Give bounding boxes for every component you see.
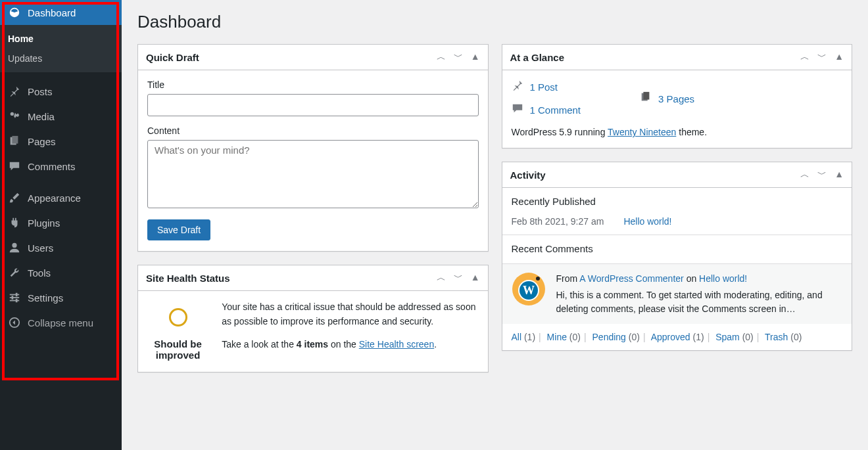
commenter-link[interactable]: A WordPress Commenter [579,273,683,284]
pin-icon [512,79,523,95]
filter-spam[interactable]: Spam [715,332,740,342]
toggle-icon[interactable]: ▲ [834,51,844,63]
content-label: Content [147,125,479,136]
plug-icon [8,216,21,229]
sidebar-label: Media [28,111,55,122]
toggle-icon[interactable]: ▲ [471,51,480,63]
user-icon [8,241,21,254]
site-health-box: Site Health Status ︿ ﹀ ▲ Should be impro… [137,265,489,372]
wp-version: WordPress 5.9 running Twenty Nineteen th… [512,127,843,137]
sidebar-item-comments[interactable]: Comments [0,154,122,179]
svg-point-17 [536,277,540,281]
sidebar-label: Users [28,242,53,254]
comment-filters: All (1)| Mine (0)| Pending (0)| Approved… [502,324,852,350]
sidebar-item-appearance[interactable]: Appearance [0,185,122,210]
sidebar-item-pages[interactable]: Pages [0,129,122,154]
glance-pages-link[interactable]: 3 Pages [658,93,694,104]
sidebar-label: Plugins [28,217,60,229]
comment-icon [8,160,21,173]
site-health-link[interactable]: Site Health screen [359,339,434,349]
quick-draft-box: Quick Draft ︿ ﹀ ▲ Title Content [137,44,489,252]
move-up-icon[interactable]: ︿ [437,51,446,63]
wrench-icon [8,266,21,279]
comment-from: From A WordPress Commenter on Hello worl… [556,272,843,286]
sidebar-collapse[interactable]: Collapse menu [0,310,122,335]
site-health-heading: Site Health Status [146,273,230,284]
svg-rect-12 [643,91,649,99]
glance-post-link[interactable]: 1 Post [530,81,558,93]
health-status: Should be improved [147,338,208,361]
sidebar-item-users[interactable]: Users [0,235,122,260]
collapse-icon [8,316,21,329]
move-up-icon[interactable]: ︿ [800,51,809,63]
sidebar-item-settings[interactable]: Settings [0,285,122,310]
avatar-icon: W [512,272,546,306]
draft-content-textarea[interactable] [147,140,479,208]
toggle-icon[interactable]: ▲ [834,169,844,181]
dashboard-submenu: Home Updates [0,25,122,72]
publish-title-link[interactable]: Hello world! [623,216,671,227]
sidebar-item-dashboard[interactable]: Dashboard [0,0,122,25]
filter-all[interactable]: All [512,332,522,342]
svg-rect-5 [10,297,19,298]
pin-icon [8,85,21,98]
sidebar-label: Settings [28,292,63,304]
sidebar-label: Comments [28,161,76,172]
recent-comments-heading: Recent Comments [512,243,843,254]
svg-text:W: W [523,284,535,297]
comment-text: Hi, this is a comment. To get started wi… [556,288,843,316]
at-a-glance-box: At a Glance ︿ ﹀ ▲ [502,44,853,148]
activity-box: Activity ︿ ﹀ ▲ Recently Published Feb 8t… [502,162,853,351]
svg-rect-7 [16,293,18,296]
move-down-icon[interactable]: ﹀ [817,51,827,63]
admin-sidebar: Dashboard Home Updates Posts Media Pages [0,0,122,450]
health-indicator-icon [169,308,187,326]
page-title: Dashboard [137,12,852,32]
filter-pending[interactable]: Pending [592,332,626,342]
save-draft-button[interactable]: Save Draft [147,219,210,240]
recently-published-heading: Recently Published [512,196,843,207]
draft-title-input[interactable] [147,94,479,116]
svg-rect-6 [10,300,19,302]
glance-heading: At a Glance [510,52,565,63]
pages-icon [8,135,21,148]
sidebar-label: Tools [28,267,51,279]
sidebar-label: Pages [28,136,56,147]
sidebar-item-posts[interactable]: Posts [0,79,122,104]
filter-approved[interactable]: Approved [651,332,690,342]
health-message: Your site has a critical issue that shou… [222,300,478,328]
title-label: Title [147,79,479,90]
sidebar-label: Dashboard [28,7,76,18]
activity-heading: Activity [510,169,546,181]
publish-date: Feb 8th 2021, 9:27 am [512,216,604,227]
comment-post-link[interactable]: Hello world! [699,273,747,284]
sliders-icon [8,291,21,304]
glance-comment-link[interactable]: 1 Comment [530,104,581,116]
sidebar-item-plugins[interactable]: Plugins [0,210,122,235]
move-down-icon[interactable]: ﹀ [817,169,827,181]
toggle-icon[interactable]: ▲ [471,272,480,284]
sidebar-sub-home[interactable]: Home [0,29,122,49]
filter-mine[interactable]: Mine [547,332,567,342]
svg-rect-9 [16,299,18,302]
move-up-icon[interactable]: ︿ [800,169,809,181]
quick-draft-heading: Quick Draft [146,52,199,63]
brush-icon [8,191,21,204]
sidebar-item-tools[interactable]: Tools [0,260,122,285]
sidebar-label: Appearance [28,192,81,204]
svg-rect-8 [12,296,14,299]
move-up-icon[interactable]: ︿ [437,272,446,284]
move-down-icon[interactable]: ﹀ [454,51,463,63]
move-down-icon[interactable]: ﹀ [454,272,463,284]
dashboard-icon [8,6,21,19]
svg-point-3 [12,243,16,248]
media-icon [8,110,21,123]
sidebar-label: Posts [28,86,53,97]
theme-link[interactable]: Twenty Nineteen [608,127,676,137]
svg-rect-2 [12,136,18,144]
sidebar-label: Collapse menu [28,317,93,328]
filter-trash[interactable]: Trash [765,332,788,342]
sidebar-item-media[interactable]: Media [0,104,122,129]
sidebar-sub-updates[interactable]: Updates [0,49,122,68]
health-look: Take a look at the 4 items on the Site H… [222,338,478,352]
